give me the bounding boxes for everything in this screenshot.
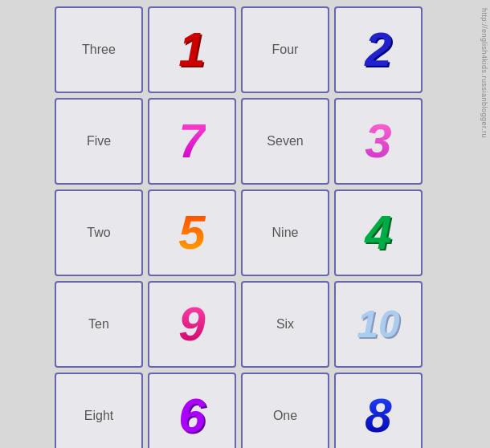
number-grid: Three1Four2Five7Seven3Two5Nine4Ten9Six10…: [48, 0, 442, 448]
card-12: Ten: [55, 281, 143, 368]
card-14: Six: [241, 281, 329, 368]
card-label: Seven: [267, 134, 303, 149]
card-label: Six: [276, 317, 294, 332]
card-digit: 6: [178, 392, 205, 440]
card-15: 10: [334, 281, 423, 368]
card-label: One: [273, 409, 297, 423]
card-2: Four: [241, 6, 329, 93]
card-10: Nine: [241, 189, 329, 276]
card-4: Five: [55, 98, 143, 185]
watermark: http://english4kids.russianblogger.ru: [480, 8, 488, 138]
card-label: Three: [82, 43, 116, 57]
card-1: 1: [148, 6, 236, 93]
card-label: Ten: [88, 317, 109, 332]
card-8: Two: [55, 189, 143, 276]
card-digit: 7: [178, 117, 205, 165]
card-label: Nine: [272, 226, 299, 240]
card-digit: 4: [365, 209, 391, 257]
card-digit: 2: [365, 26, 391, 74]
card-3: 2: [334, 6, 423, 93]
card-9: 5: [148, 189, 236, 276]
card-18: One: [241, 373, 329, 448]
card-digit: 8: [365, 392, 391, 440]
card-label: Eight: [84, 409, 113, 423]
card-digit: 9: [178, 300, 205, 348]
card-5: 7: [148, 98, 236, 185]
card-label: Four: [272, 43, 299, 57]
card-17: 6: [148, 373, 236, 448]
card-19: 8: [334, 373, 423, 448]
card-digit: 10: [357, 305, 399, 344]
card-label: Two: [87, 226, 110, 240]
card-digit: 1: [178, 26, 205, 74]
card-label: Five: [87, 134, 111, 149]
card-digit: 5: [178, 209, 205, 257]
card-7: 3: [334, 98, 423, 185]
card-6: Seven: [241, 98, 329, 185]
card-0: Three: [55, 6, 143, 93]
card-13: 9: [148, 281, 236, 368]
card-digit: 3: [365, 117, 391, 165]
card-11: 4: [334, 189, 423, 276]
card-16: Eight: [55, 373, 143, 448]
